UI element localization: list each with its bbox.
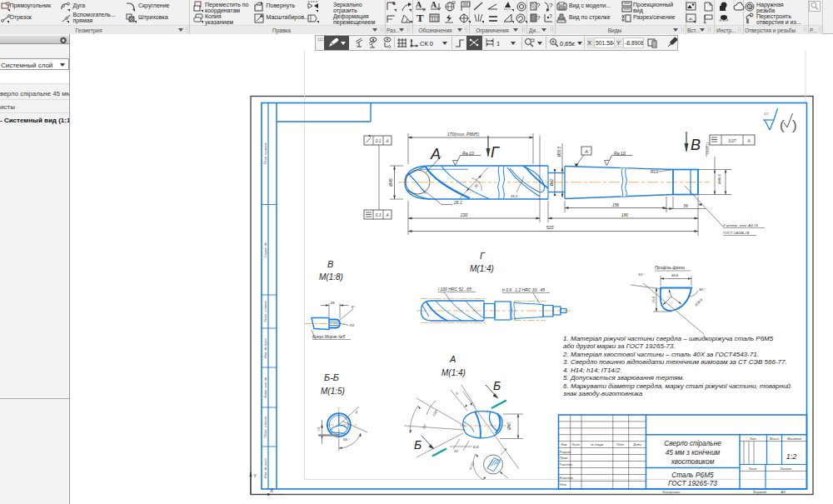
svg-text:5. Допускається зварювання тер: 5. Допускається зварювання тертям. — [563, 374, 684, 382]
svg-text:2. Матеріал хвостової частини: 2. Матеріал хвостової частини – сталь 40… — [562, 351, 759, 358]
svg-text:А3: А3 — [780, 490, 786, 494]
svg-text:Сталь Р6М5: Сталь Р6М5 — [671, 471, 714, 479]
svg-text:Г: Г — [480, 251, 486, 261]
svg-text:Ra 10: Ra 10 — [462, 151, 474, 156]
svg-text:520: 520 — [546, 225, 554, 230]
svg-text:Разраб.: Разраб. — [560, 450, 572, 454]
svg-text:Инв. № дубл.: Инв. № дубл. — [263, 337, 267, 358]
svg-text:Дата: Дата — [632, 443, 641, 447]
svg-text:М(1:5): М(1:5) — [321, 387, 345, 396]
svg-text:Копировал: Копировал — [663, 490, 681, 494]
svg-text:знак заводу-виготовника: знак заводу-виготовника — [562, 390, 643, 397]
svg-text:X: X — [269, 487, 274, 493]
svg-text:Перв. примен.: Перв. примен. — [263, 142, 267, 165]
svg-text:39: 39 — [331, 301, 335, 305]
svg-text:15: 15 — [317, 427, 321, 431]
svg-text:6. Маркувати діаметр свердла,: 6. Маркувати діаметр свердла, марку стал… — [563, 382, 791, 390]
svg-text:Формат: Формат — [753, 490, 767, 494]
svg-text:180: 180 — [621, 213, 628, 217]
svg-text:?: ? — [536, 2, 541, 9]
svg-text:Пров.: Пров. — [560, 456, 569, 460]
svg-text:Г: Г — [491, 144, 500, 161]
svg-text:l 100 HRC 52...65: l 100 HRC 52...65 — [438, 287, 471, 292]
svg-text:Подп. и дата: Подп. и дата — [263, 416, 267, 437]
svg-text:16,3: 16,3 — [511, 194, 518, 198]
svg-text:170(тол. Р6М5): 170(тол. Р6М5) — [447, 132, 480, 137]
svg-text:А: А — [584, 149, 588, 154]
svg-text:R10: R10 — [651, 169, 658, 174]
svg-text:Сверло спіральне: Сверло спіральне — [664, 439, 721, 447]
svg-text:?: ? — [549, 13, 552, 19]
svg-text:Подп. и дата: Подп. и дата — [263, 301, 267, 322]
svg-text:Ø46,5: Ø46,5 — [717, 173, 721, 185]
svg-text:0,1: 0,1 — [376, 139, 382, 143]
svg-text:Лист: Лист — [571, 443, 580, 447]
svg-text:35,6: 35,6 — [671, 273, 679, 277]
svg-text:А: А — [385, 213, 388, 217]
svg-text:4. Н14; h14; ІТ14/2.: 4. Н14; h14; ІТ14/2. — [563, 367, 622, 374]
svg-text:ГОСТ 14034-74: ГОСТ 14034-74 — [723, 231, 750, 235]
svg-text:A: A — [416, 1, 422, 9]
svg-text:Лист: Лист — [748, 467, 757, 471]
svg-text:Н.контр.: Н.контр. — [560, 476, 574, 480]
svg-text:Лит.: Лит. — [749, 437, 757, 441]
svg-text:A: A — [431, 1, 437, 9]
svg-text:1. Матеріал ріжучої частини св: 1. Матеріал ріжучої частини свердла – шв… — [563, 335, 774, 342]
svg-text:В: В — [327, 259, 333, 269]
svg-text:М(1:4): М(1:4) — [470, 264, 494, 273]
svg-text:№ докум.: № докум. — [591, 443, 604, 447]
svg-text:Взам. инв. №: Взам. инв. № — [263, 377, 267, 397]
svg-text:?: ? — [536, 14, 541, 22]
svg-text:@: @ — [748, 4, 753, 9]
svg-text:45 мм з конічним: 45 мм з конічним — [666, 448, 721, 457]
svg-text:Инв. № подл.: Инв. № подл. — [263, 457, 267, 478]
svg-text:R2: R2 — [350, 323, 355, 327]
svg-text:Б: Б — [414, 438, 421, 452]
svg-text:3.2: 3.2 — [764, 112, 769, 116]
svg-text:Ra 10: Ra 10 — [614, 151, 626, 156]
svg-text:230: 230 — [460, 212, 468, 217]
svg-text:Ø45: Ø45 — [388, 178, 393, 187]
svg-text:А: А — [746, 139, 750, 143]
svg-text:Профіль фрези: Профіль фрези — [655, 265, 685, 270]
svg-text:Т.контр.: Т.контр. — [560, 462, 574, 467]
svg-text:6-8: 6-8 — [473, 445, 479, 449]
svg-text:2 центр. отв. А3,15: 2 центр. отв. А3,15 — [722, 223, 758, 227]
svg-text:39: 39 — [683, 204, 688, 208]
svg-text:55 °: 55 ° — [343, 437, 350, 442]
svg-text:Листов: Листов — [779, 467, 791, 471]
svg-text:або другої марки за ГОСТ 19265: або другої марки за ГОСТ 19265-73. — [563, 342, 676, 350]
svg-text:Ø42: Ø42 — [550, 178, 554, 187]
svg-text:Подп.: Подп. — [616, 443, 625, 447]
svg-text:Масса: Масса — [770, 437, 779, 441]
svg-text:1:2: 1:2 — [786, 452, 797, 461]
svg-text:6°: 6° — [352, 305, 355, 309]
svg-text:Изм.: Изм. — [561, 443, 568, 447]
svg-text:90 °: 90 ° — [699, 287, 706, 292]
svg-text:(: ( — [780, 117, 785, 133]
svg-text:Б-Б: Б-Б — [324, 372, 339, 382]
svg-text:10 °: 10 ° — [638, 272, 645, 277]
svg-text:М(1:4): М(1:4) — [441, 368, 466, 377]
svg-text:?: ? — [549, 2, 553, 9]
svg-text:3. Свердло повинно відповідати: 3. Свердло повинно відповідати технічним… — [563, 358, 787, 366]
svg-text:156: 156 — [612, 203, 619, 207]
svg-text:T: T — [416, 12, 424, 23]
svg-text:М(1:8): М(1:8) — [319, 272, 343, 282]
svg-text:Масштаб: Масштаб — [787, 437, 802, 441]
svg-text:Справ. №: Справ. № — [263, 242, 267, 257]
svg-text:Ø50.5: Ø50.5 — [557, 146, 561, 157]
svg-text:Ø45: Ø45 — [507, 422, 511, 431]
svg-text:Конус Морзе №5: Конус Морзе №5 — [312, 334, 345, 339]
svg-text:0,07: 0,07 — [729, 139, 736, 143]
svg-text:В: В — [691, 137, 701, 153]
svg-text:ГОСТ 19265-73: ГОСТ 19265-73 — [668, 479, 717, 487]
svg-text:хвостовиком: хвостовиком — [671, 457, 715, 466]
svg-text:10: 10 — [454, 449, 458, 453]
svg-text:h 0,9...1,2 HRC 30...45: h 0,9...1,2 HRC 30...45 — [502, 287, 545, 292]
svg-text:Б: Б — [493, 379, 501, 392]
svg-text:0,3: 0,3 — [376, 213, 382, 217]
svg-text:): ) — [792, 117, 797, 133]
svg-text:15,6: 15,6 — [651, 296, 656, 303]
svg-text:А: А — [430, 146, 441, 162]
